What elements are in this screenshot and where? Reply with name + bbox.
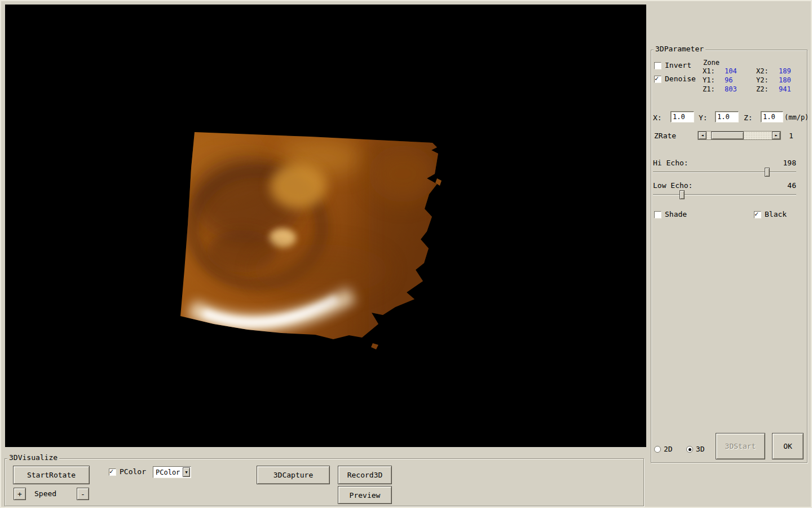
z-scale-label: Z: <box>744 113 753 122</box>
hi-echo-label: Hi Echo: <box>653 159 689 167</box>
check-icon: ✓ <box>754 210 758 218</box>
check-icon: ✓ <box>109 467 113 475</box>
check-icon: ✓ <box>655 75 659 82</box>
ultrasound-volume <box>5 5 646 447</box>
pcolor-label: PColor <box>120 467 146 476</box>
hi-echo-slider-thumb[interactable] <box>765 168 770 177</box>
low-echo-slider-track[interactable] <box>653 194 796 195</box>
capture3d-button[interactable]: 3DCapture <box>257 466 330 484</box>
zone-z2-value: 941 <box>779 85 791 93</box>
zone-z2-label: Z2: <box>756 85 769 93</box>
radio-dot-icon <box>689 448 691 451</box>
zone-title: Zone <box>703 59 720 67</box>
scroll-left-icon[interactable]: ◄ <box>698 132 707 139</box>
y-scale-label: Y: <box>699 113 708 122</box>
speed-label: Speed <box>34 489 56 498</box>
zone-z1-value: 803 <box>725 85 737 93</box>
z-scale-input[interactable] <box>761 111 783 122</box>
zone-y2-value: 180 <box>779 76 791 84</box>
radio-2d-label: 2D <box>664 445 673 453</box>
hi-echo-value: 198 <box>778 159 796 167</box>
app-window: 3DParameter ✓ Invert ✓ Denoise Zone X1: … <box>0 0 812 508</box>
pcolor-dropdown-value: PColor <box>153 468 182 476</box>
preview-button[interactable]: Preview <box>338 486 392 504</box>
low-echo-slider[interactable] <box>653 190 796 199</box>
radio-3d-label: 3D <box>696 445 705 453</box>
zone-z1-label: Z1: <box>703 85 715 93</box>
zrate-scrollbar[interactable]: ◄ ► <box>698 131 781 140</box>
zone-x2-label: X2: <box>756 67 769 75</box>
parameter-group-title: 3DParameter <box>654 45 705 53</box>
zrate-label: ZRate <box>654 132 676 140</box>
scroll-right-icon[interactable]: ► <box>772 132 780 139</box>
low-echo-value: 46 <box>778 181 796 190</box>
x-scale-input[interactable] <box>670 111 694 122</box>
speed-minus-button[interactable]: - <box>77 488 89 500</box>
scale-unit-label: (mm/p) <box>784 113 809 121</box>
zone-x2-value: 189 <box>779 67 791 75</box>
zone-y2-label: Y2: <box>756 76 769 84</box>
record3d-button[interactable]: Record3D <box>338 466 392 484</box>
zone-x1-value: 104 <box>725 67 737 75</box>
pcolor-checkbox[interactable]: ✓ <box>109 468 116 476</box>
pcolor-dropdown[interactable]: PColor ▼ <box>153 466 191 478</box>
black-label: Black <box>765 210 787 218</box>
black-checkbox[interactable]: ✓ <box>754 211 761 218</box>
ok-button[interactable]: OK <box>772 433 804 459</box>
visualize-group-title: 3DVisualize <box>7 454 59 462</box>
radio-2d[interactable] <box>654 446 661 453</box>
x-scale-label: X: <box>653 113 662 122</box>
zone-y1-label: Y1: <box>703 76 715 84</box>
zrate-scrollbar-thumb[interactable] <box>711 132 744 139</box>
y-scale-input[interactable] <box>715 111 739 122</box>
parameter-group: 3DParameter ✓ Invert ✓ Denoise Zone X1: … <box>651 50 807 463</box>
shade-label: Shade <box>665 210 687 218</box>
low-echo-slider-thumb[interactable] <box>679 190 685 199</box>
invert-label: Invert <box>665 61 691 69</box>
zone-y1-value: 96 <box>725 76 732 84</box>
speed-plus-button[interactable]: + <box>14 488 26 500</box>
hi-echo-slider[interactable] <box>653 168 796 177</box>
start-rotate-button[interactable]: StartRotate <box>13 466 90 484</box>
hi-echo-slider-track[interactable] <box>653 172 796 173</box>
zone-x1-label: X1: <box>703 67 715 75</box>
denoise-checkbox[interactable]: ✓ <box>654 76 661 83</box>
low-echo-label: Low Echo: <box>653 181 692 190</box>
chevron-down-icon[interactable]: ▼ <box>183 467 190 477</box>
invert-checkbox[interactable]: ✓ <box>654 62 661 69</box>
zrate-scrollbar-track[interactable] <box>707 132 772 139</box>
denoise-label: Denoise <box>665 75 696 83</box>
start3d-button[interactable]: 3DStart <box>716 433 765 459</box>
render-viewport[interactable] <box>5 5 646 447</box>
zrate-value: 1 <box>789 132 793 140</box>
shade-checkbox[interactable]: ✓ <box>654 211 661 218</box>
visualize-group: 3DVisualize StartRotate ✓ PColor PColor … <box>5 458 644 506</box>
radio-3d[interactable] <box>686 446 693 453</box>
